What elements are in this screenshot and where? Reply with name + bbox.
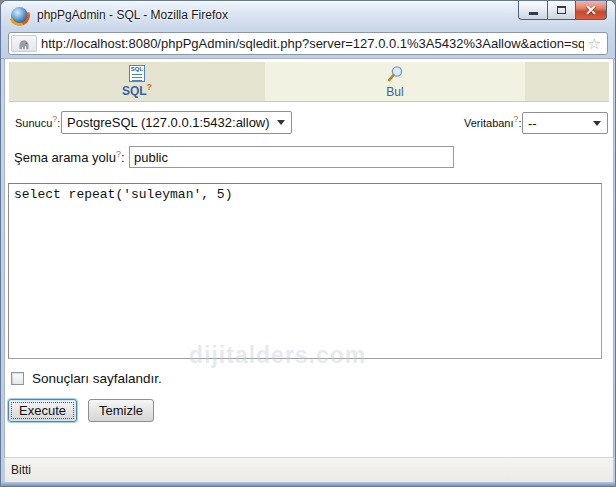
- tab-sql-label: SQL?: [122, 84, 152, 98]
- minimize-button[interactable]: [518, 1, 547, 20]
- paginate-checkbox[interactable]: [11, 372, 24, 385]
- tab-sql[interactable]: SQL SQL?: [9, 62, 265, 101]
- paginate-label: Sonuçları sayfalandır.: [32, 371, 162, 386]
- phppgadmin-elephant-icon: [17, 38, 31, 50]
- chevron-down-icon: [277, 120, 285, 125]
- status-bar: Bitti: [5, 457, 613, 482]
- clear-button[interactable]: Temizle: [88, 399, 154, 422]
- tab-bul-label: Bul: [386, 85, 403, 99]
- maximize-icon: [557, 6, 566, 14]
- minimize-icon: [529, 12, 538, 15]
- url-text[interactable]: http://localhost:8080/phpPgAdmin/sqledit…: [41, 36, 584, 51]
- server-label: Sunucu?:: [15, 117, 60, 129]
- chevron-down-icon: [593, 121, 601, 126]
- close-button[interactable]: [576, 1, 607, 20]
- window-bottom-frame: [1, 482, 615, 487]
- server-select[interactable]: PostgreSQL (127.0.0.1:5432:allow): [61, 111, 292, 134]
- button-row: Execute Temizle: [5, 399, 154, 425]
- search-path-label: Şema arama yolu?:: [14, 150, 125, 165]
- status-text: Bitti: [11, 463, 31, 477]
- paginate-row: Sonuçları sayfalandır.: [5, 369, 162, 387]
- search-path-row: Şema arama yolu?:: [5, 145, 613, 171]
- firefox-icon: [11, 7, 28, 24]
- server-row: Sunucu?: PostgreSQL (127.0.0.1:5432:allo…: [5, 111, 613, 135]
- url-bar[interactable]: http://localhost:8080/phpPgAdmin/sqledit…: [8, 32, 608, 55]
- sql-query-textarea[interactable]: select repeat('suleyman', 5): [8, 183, 602, 359]
- navigation-toolbar: http://localhost:8080/phpPgAdmin/sqledit…: [1, 29, 615, 59]
- tab-bar: SQL SQL? Bul: [9, 62, 609, 102]
- database-select-value: --: [523, 116, 593, 131]
- execute-button[interactable]: Execute: [8, 399, 77, 422]
- firefox-window: phpPgAdmin - SQL - Mozilla Firefox http:…: [0, 0, 616, 487]
- window-controls: [518, 1, 607, 20]
- sql-document-icon: SQL: [129, 65, 145, 82]
- site-identity-button[interactable]: [11, 35, 37, 52]
- tab-bul[interactable]: Bul: [265, 62, 525, 101]
- window-title: phpPgAdmin - SQL - Mozilla Firefox: [37, 8, 228, 22]
- magnifier-icon: [386, 65, 404, 83]
- titlebar[interactable]: phpPgAdmin - SQL - Mozilla Firefox: [1, 1, 615, 29]
- maximize-button[interactable]: [547, 1, 576, 20]
- page-content: SQL SQL? Bul Sunucu?: PostgreSQL (127.0: [5, 59, 613, 457]
- database-select[interactable]: --: [522, 112, 608, 134]
- server-select-value: PostgreSQL (127.0.0.1:5432:allow): [62, 115, 277, 130]
- database-label: Veritabanı?:: [464, 117, 522, 129]
- sql-help-link[interactable]: ?: [147, 82, 153, 92]
- search-path-input[interactable]: [129, 146, 454, 168]
- bookmark-star-icon[interactable]: ☆: [588, 36, 601, 51]
